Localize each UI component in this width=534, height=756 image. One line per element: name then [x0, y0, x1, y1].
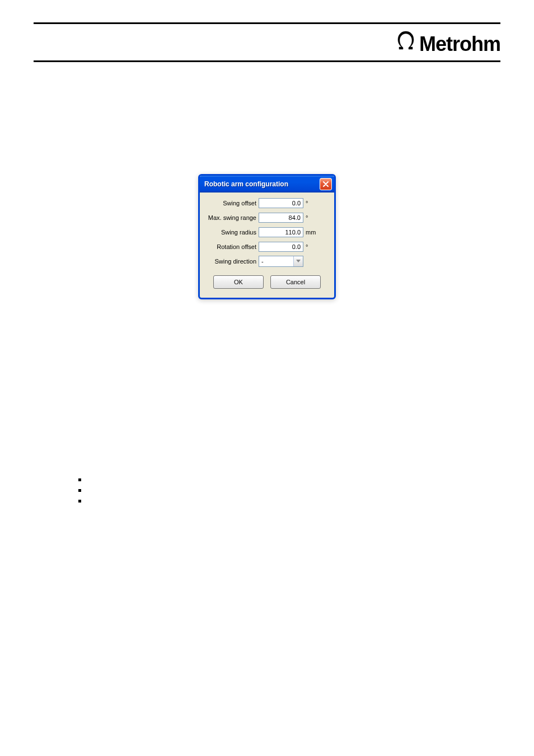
input-swing-offset[interactable]	[259, 198, 303, 208]
bottom-rule	[34, 60, 500, 62]
label-max-swing-range: Max. swing range	[203, 214, 259, 221]
row-rotation-offset: Rotation offset °	[203, 241, 331, 253]
input-rotation-offset[interactable]	[259, 242, 303, 252]
dialog-body: Swing offset ° Max. swing range ° Swing …	[200, 192, 334, 298]
ok-button[interactable]: OK	[213, 275, 264, 289]
button-row: OK Cancel	[203, 270, 331, 295]
close-button[interactable]	[320, 178, 332, 190]
unit-rotation-offset: °	[303, 243, 319, 250]
unit-swing-radius: mm	[303, 229, 319, 236]
omega-icon	[396, 31, 416, 51]
top-rule	[34, 22, 500, 24]
brand-logo: Metrohm	[396, 31, 500, 56]
row-swing-offset: Swing offset °	[203, 197, 331, 209]
label-swing-direction: Swing direction	[203, 258, 259, 265]
dialog-wrapper: Robotic arm configuration Swing offset °…	[34, 174, 500, 299]
cancel-button[interactable]: Cancel	[270, 275, 321, 289]
bullet-mark	[78, 478, 81, 481]
unit-swing-offset: °	[303, 200, 319, 206]
select-swing-direction[interactable]: -	[259, 256, 303, 267]
row-max-swing-range: Max. swing range °	[203, 212, 331, 224]
label-rotation-offset: Rotation offset	[203, 243, 259, 250]
label-swing-offset: Swing offset	[203, 200, 259, 206]
row-swing-direction: Swing direction -	[203, 255, 331, 267]
bullet-mark	[78, 489, 81, 492]
bullet-list	[78, 478, 500, 503]
dialog-title: Robotic arm configuration	[204, 180, 288, 188]
input-swing-radius[interactable]	[259, 227, 303, 237]
page-container: Metrohm Robotic arm configuration Swing …	[0, 0, 534, 533]
label-swing-radius: Swing radius	[203, 229, 259, 236]
dialog-robotic-arm-config: Robotic arm configuration Swing offset °…	[198, 174, 336, 299]
select-value-swing-direction: -	[259, 258, 264, 265]
unit-max-swing-range: °	[303, 214, 319, 221]
row-swing-radius: Swing radius mm	[203, 226, 331, 238]
bullet-mark	[78, 500, 81, 503]
input-max-swing-range[interactable]	[259, 213, 303, 223]
chevron-down-icon	[293, 256, 303, 266]
brand-row: Metrohm	[34, 31, 500, 60]
brand-name: Metrohm	[419, 32, 500, 56]
close-icon	[323, 181, 329, 187]
titlebar[interactable]: Robotic arm configuration	[200, 176, 334, 192]
